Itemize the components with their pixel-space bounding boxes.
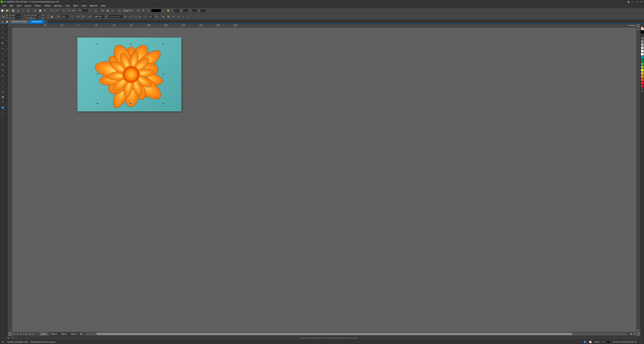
shape-tool[interactable]: ✧ [0,30,5,35]
color-swatch[interactable] [641,50,644,53]
mirror-v-icon[interactable]: ⇵ [81,15,86,19]
width-input[interactable] [26,14,39,17]
selection-handle-ne[interactable] [163,44,164,45]
order-icon[interactable]: ⊓ [176,15,180,19]
scroll-left-icon[interactable]: ◀ [79,332,82,335]
y-input[interactable] [192,9,198,13]
selection-handle-w[interactable] [97,73,98,75]
menu-edit[interactable]: Edit [8,4,15,8]
fill-color-box[interactable] [151,9,161,12]
polygon-tool[interactable]: ⬠ [0,68,5,73]
color-swatch[interactable] [641,66,644,69]
c-input[interactable] [174,9,180,13]
palette-up-icon[interactable]: ▲ [641,25,644,27]
status-gear-icon[interactable]: ⚙ [1,340,4,343]
flyout-handle[interactable]: ▸ [6,33,8,34]
options-icon[interactable]: ⚙ [136,9,141,13]
palette-down-icon[interactable]: ▼ [641,88,644,90]
first-page-icon[interactable]: ⏮ [16,332,19,335]
horizontal-ruler[interactable]: -100-50050100150200250300350400450 milli… [12,24,636,28]
pen-icon[interactable]: ✎ [146,9,151,13]
line-style-caret[interactable]: ▾ [124,15,126,19]
home-icon[interactable]: 🏠 [5,20,10,24]
scale-x-input[interactable] [40,14,46,17]
vertical-ruler[interactable] [8,28,12,332]
artistic-media-tool[interactable]: 〰 [0,52,5,57]
color-swatch[interactable] [641,34,644,37]
color-swatch[interactable] [641,78,644,81]
status-fill-swatch[interactable] [589,341,592,343]
menu-bitmaps[interactable]: Bitmaps [52,4,64,8]
mirror-h-icon[interactable]: ⇋ [76,15,80,19]
menu-help[interactable]: Help [99,4,107,8]
color-swatch[interactable] [641,75,644,78]
save-button[interactable]: 💾 [11,9,16,13]
prev-page-icon[interactable]: ◀ [19,332,22,335]
no-color-swatch[interactable] [641,27,644,30]
selection-handle-s[interactable] [130,103,131,104]
ruler-origin-icon[interactable] [8,24,12,28]
menu-file[interactable]: File [1,4,8,8]
menu-table[interactable]: Table [71,4,80,8]
menu-layout[interactable]: Layout [23,4,33,8]
lock-ratio-icon[interactable]: 🔒 [50,15,54,19]
print-button[interactable]: 🖨 [26,9,30,13]
connector-tool[interactable]: ⌐ [0,84,5,89]
flyout-handle[interactable]: ▸ [6,47,8,49]
cloud-icon[interactable]: ▣ [626,1,630,3]
selection-handle-sw[interactable] [97,103,98,104]
add-tab-button[interactable]: ＋ [44,20,48,24]
height-input[interactable] [25,17,38,19]
fill-tool[interactable]: 🪣 [0,105,5,110]
color-swatch[interactable] [641,43,644,46]
selection-handle-se[interactable] [163,103,164,104]
maximize-button[interactable]: ▭ [635,1,639,3]
menu-view[interactable]: View [15,4,23,8]
color-swatch[interactable] [641,59,644,62]
doc-palette-eyedropper-icon[interactable]: ✎ [12,336,15,340]
next-page-icon[interactable]: ▶ [29,332,32,335]
zoom-input[interactable] [77,9,88,13]
cloud-down-icon[interactable]: ⇩ [21,9,26,13]
selection-handle-nw[interactable] [97,44,98,45]
doc-no-color-swatch[interactable] [16,336,18,339]
zoom-tool[interactable]: 🔍 [0,41,5,46]
eyedropper-tool[interactable]: ✎ [0,100,5,105]
guidelines-icon[interactable]: ⫿ [110,9,115,13]
color-wheel-icon[interactable]: 🎨 [166,9,171,13]
export-button[interactable]: ⬆ [66,9,71,13]
palette-expand-icon[interactable]: ◀ [641,90,644,93]
drop-shadow-tool[interactable]: ◫ [0,89,5,94]
x-input[interactable] [8,14,22,17]
angle-input[interactable] [61,15,69,19]
copy-button[interactable]: ⿻ [33,9,38,13]
origin-grid-icon[interactable]: ⊞ [1,15,5,19]
redo-button[interactable]: ↷▾ [55,9,59,13]
menu-window[interactable]: Window [88,4,99,8]
k-input[interactable] [200,9,206,13]
copies-input[interactable] [148,15,154,19]
h-scroll-thumb[interactable] [96,333,572,335]
line-style-dropdown[interactable] [108,15,123,19]
convert-curves-icon[interactable]: ◗ [161,15,165,19]
page-tab-4[interactable]: Page 4 [69,332,79,336]
scale-y-input[interactable] [40,17,46,19]
undo-button[interactable]: ↶▾ [50,9,54,13]
color-swatch[interactable] [641,53,644,56]
selection-handle-n[interactable] [130,44,131,45]
color-swatch[interactable] [641,40,644,43]
layout-icon[interactable]: ☰ [141,9,146,13]
scroll-right-icon[interactable]: ▶ [630,332,633,335]
page-tab-2[interactable]: Page 2 [49,332,59,336]
wrap-text-icon[interactable]: ▤ [166,15,170,19]
menu-object[interactable]: Object [33,4,42,8]
color-swatch[interactable] [641,85,644,88]
outline-caret[interactable]: ▾ [105,15,108,19]
align-icon[interactable]: ≡ [171,15,176,19]
freehand-tool[interactable]: ✎ [0,46,5,51]
outline-width-input[interactable] [93,15,104,19]
new-button[interactable]: 📄▾ [1,9,5,13]
color-caret[interactable]: ▾ [162,9,164,13]
scroll-down-icon[interactable]: ▼ [636,328,640,332]
fullscreen-preview-icon[interactable]: ▢ [93,9,98,13]
